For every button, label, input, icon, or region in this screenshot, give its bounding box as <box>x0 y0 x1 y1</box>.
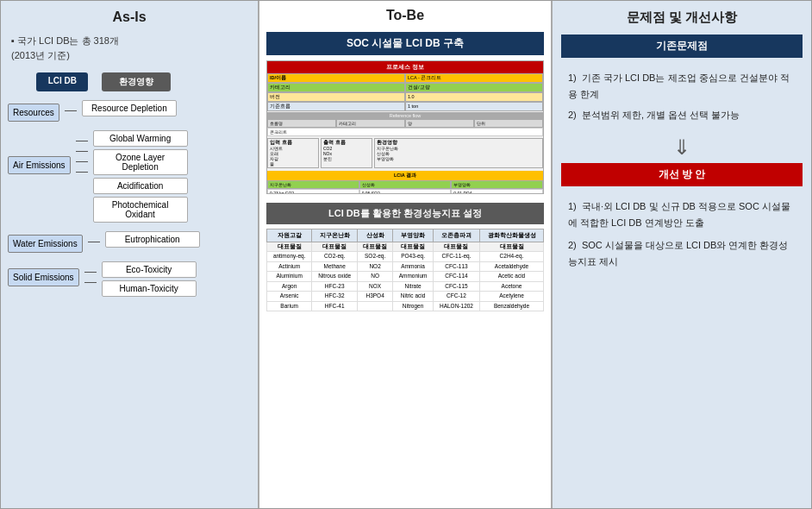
screen-mockup: 프로세스 정보 ID/이름 LCA - 콘크리트 카테고리 건설/교량 버전 1… <box>266 60 544 194</box>
lci-db-box: LCI DB <box>36 72 88 91</box>
lci-table: 자원고갈 지구온난화 산성화 부영양화 오존층파괴 광화학산화물생성 대표물질 … <box>266 229 544 311</box>
improvement-header: 개선 방 안 <box>561 163 803 186</box>
issue-2: 2) 분석범위 제한, 개별 옵션 선택 불가능 <box>568 107 796 123</box>
item-6-2: Acetic acid <box>480 272 544 281</box>
item-5-2: CFC-114 <box>433 272 479 281</box>
item-5-3: CFC-115 <box>433 281 479 291</box>
item-4-1: Ammonia <box>393 261 434 271</box>
item-4-5: Nitrogen <box>393 301 434 311</box>
item-3-5 <box>358 301 393 311</box>
col-header-1: 자원고갈 <box>267 229 312 242</box>
sub-label-5: 대표물질 <box>433 242 479 252</box>
unit-3: SO2-eq. <box>358 252 393 261</box>
eutrophication-item: Eutrophication <box>105 231 200 248</box>
item-2-5: HFC-41 <box>312 301 358 311</box>
item-1-1: Actinium <box>267 261 312 271</box>
global-warming-item: Global Warming <box>93 130 188 147</box>
acidification-item: Acidification <box>93 178 188 194</box>
item-2-4: HFC-32 <box>312 292 358 301</box>
item-2-2: Nitrous oxide <box>312 272 358 281</box>
note-line1: ▪ 국가 LCI DB는 총 318개 <box>11 35 119 46</box>
item-1-4: Arsenic <box>267 292 312 301</box>
water-emissions-box: Water Emissions <box>8 235 83 253</box>
issues-content: 1) 기존 국가 LCI DB는 제조업 중심으로 건설분야 적용 한계 2) … <box>561 65 803 129</box>
unit-4: PO43-eq. <box>393 252 434 261</box>
item-1-3: Argon <box>267 281 312 291</box>
sub-label-3: 대표물질 <box>358 242 393 252</box>
resources-box: Resources <box>8 104 59 122</box>
col-header-5: 오존층파괴 <box>433 229 479 242</box>
soc-section: SOC 시설물 LCI DB 구축 프로세스 정보 ID/이름 LCA - 콘크… <box>266 32 544 194</box>
lci-table-header: LCI DB를 활용한 환경성능지표 설정 <box>266 203 544 224</box>
item-6-5: Benzaldehyde <box>480 301 544 311</box>
item-3-1: NO2 <box>358 261 393 271</box>
air-emissions-box: Air Emissions <box>8 156 71 174</box>
sub-label-6: 대표물질 <box>480 242 544 252</box>
arrow-down-icon: ⇓ <box>561 135 803 160</box>
item-1-5: Barium <box>267 301 312 311</box>
item-2-1: Methane <box>312 261 358 271</box>
right-panel: 문제점 및 개선사항 기존문제점 1) 기존 국가 LCI DB는 제조업 중심… <box>553 1 811 508</box>
item-4-3: Nitrate <box>393 281 434 291</box>
item-6-4: Acetylene <box>480 292 544 301</box>
item-3-2: NO <box>358 272 393 281</box>
improvement-content: 1) 국내·외 LCI DB 및 신규 DB 적용으로 SOC 시설물에 적합한… <box>561 193 803 275</box>
item-6-3: Acetone <box>480 281 544 291</box>
ozone-layer-item: Ozone LayerDepletion <box>93 149 188 175</box>
eco-toxicity-item: Eco-Toxicity <box>102 261 197 278</box>
unit-1: antimony-eq. <box>267 252 312 261</box>
left-panel-title: As-Is <box>8 9 251 25</box>
col-header-2: 지구온난화 <box>312 229 358 242</box>
item-3-3: NOX <box>358 281 393 291</box>
issues-header: 기존문제점 <box>561 35 803 58</box>
item-2-3: HFC-23 <box>312 281 358 291</box>
item-6-1: Acetaldehyde <box>480 261 544 271</box>
env-header: 환경영향 <box>102 72 171 91</box>
resource-depletion-item: Resource Depletion <box>82 100 177 116</box>
as-is-note: ▪ 국가 LCI DB는 총 318개 (2013년 기준) <box>8 34 251 62</box>
right-panel-title: 문제점 및 개선사항 <box>561 9 803 26</box>
item-5-5: HALON-1202 <box>433 301 479 311</box>
human-toxicity-item: Human-Toxicity <box>102 280 197 297</box>
sub-label-1: 대표물질 <box>267 242 312 252</box>
photochemical-item: PhotochemicalOxidant <box>93 197 188 223</box>
sub-label-2: 대표물질 <box>312 242 358 252</box>
item-5-1: CFC-113 <box>433 261 479 271</box>
soc-header: SOC 시설물 LCI DB 구축 <box>266 32 544 55</box>
improvement-2: 2) SOC 시설물을 대상으로 LCI DB와 연계한 환경성능지표 제시 <box>568 237 796 269</box>
item-5-4: CFC-12 <box>433 292 479 301</box>
note-line2: (2013년 기준) <box>11 50 70 60</box>
improvement-1: 1) 국내·외 LCI DB 및 신규 DB 적용으로 SOC 시설물에 적합한… <box>568 198 796 230</box>
item-3-4: H3PO4 <box>358 292 393 301</box>
item-4-4: Nitric acid <box>393 292 434 301</box>
solid-emissions-box: Solid Emissions <box>8 268 79 286</box>
item-1-2: Aluminium <box>267 272 312 281</box>
left-panel: As-Is ▪ 국가 LCI DB는 총 318개 (2013년 기준) LCI… <box>1 1 259 508</box>
unit-5: CFC-11-eq. <box>433 252 479 261</box>
lci-table-section: LCI DB를 활용한 환경성능지표 설정 자원고갈 지구온난화 산성화 부영양… <box>266 203 544 311</box>
sub-label-4: 대표물질 <box>393 242 434 252</box>
col-header-6: 광화학산화물생성 <box>480 229 544 242</box>
unit-2: CO2-eq. <box>312 252 358 261</box>
lci-diagram: LCI DB 환경영향 Resources Resource Depletion… <box>8 72 251 297</box>
issue-1: 1) 기존 국가 LCI DB는 제조업 중심으로 건설분야 적용 한계 <box>568 70 796 102</box>
unit-6: C2H4-eq. <box>480 252 544 261</box>
col-header-4: 부영양화 <box>393 229 434 242</box>
middle-panel-title: To-Be <box>266 8 544 23</box>
col-header-3: 산성화 <box>358 229 393 242</box>
item-4-2: Ammonium <box>393 272 434 281</box>
middle-panel: To-Be SOC 시설물 LCI DB 구축 프로세스 정보 ID/이름 LC… <box>259 1 553 508</box>
